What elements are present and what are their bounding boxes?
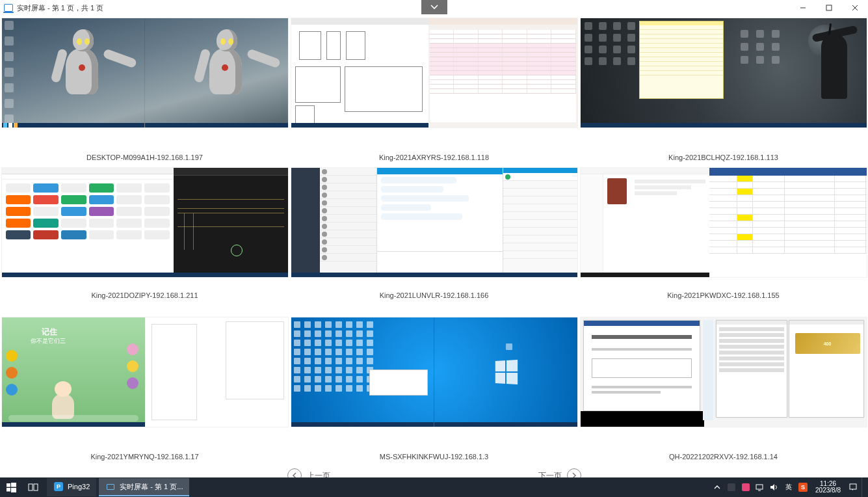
screen-thumbnail[interactable]: 记住 你不是它们三 (2, 317, 288, 427)
title-bar: 实时屏幕 - 第 1 页，共 1 页 (0, 0, 868, 16)
chevron-down-icon (430, 4, 439, 10)
svg-rect-8 (756, 485, 763, 489)
svg-rect-10 (850, 484, 856, 489)
screens-grid: DESKTOP-M099A1H-192.168.1.197 (0, 16, 868, 467)
monitor-icon (4, 4, 13, 12)
screen-label: King-2021AXRYRS-192.168.1.118 (379, 154, 489, 161)
screen-label: DESKTOP-M099A1H-192.168.1.197 (86, 154, 203, 161)
show-desktop-button[interactable] (861, 477, 865, 497)
monitor-icon (105, 481, 116, 492)
cartoon-title: 记住 (42, 327, 57, 338)
tray-date: 2023/8/8 (815, 487, 841, 494)
task-view-button[interactable] (22, 477, 44, 497)
ping32-icon: P (53, 481, 64, 492)
screen-cell: King-2021LUNVLR-192.168.1.166 (291, 168, 577, 315)
taskbar: P Ping32 实时屏幕 - 第 1 页... 英 S 11:26 2023/… (0, 477, 868, 497)
tray-sogou-icon[interactable]: S (797, 481, 809, 493)
tray-chevron-up-icon[interactable] (711, 481, 723, 493)
screen-thumbnail[interactable]: 400 (581, 317, 867, 427)
screen-label: King-2021PKWDXC-192.168.1.155 (667, 291, 779, 299)
screen-cell: King-2021PKWDXC-192.168.1.155 (580, 168, 867, 315)
tray-notifications-icon[interactable] (847, 481, 859, 493)
taskbar-app-label: Ping32 (68, 483, 90, 490)
screen-thumbnail[interactable] (291, 18, 577, 128)
taskbar-app-ping32[interactable]: P Ping32 (47, 478, 96, 496)
screen-label: MS-SXFHKINKFWUJ-192.168.1.3 (380, 453, 489, 461)
screen-label: QH-20221202RXVX-192.168.1.14 (669, 453, 778, 461)
screen-thumbnail[interactable] (2, 18, 288, 128)
svg-rect-5 (11, 488, 16, 492)
tray-app-icon[interactable] (740, 481, 752, 493)
screen-label: King-2021BCLHQZ-192.168.1.113 (668, 154, 778, 161)
dropdown-button[interactable] (421, 0, 447, 14)
minimize-button[interactable] (790, 0, 816, 16)
screen-thumbnail[interactable] (581, 168, 867, 277)
screen-cell: King-2021BCLHQZ-192.168.1.113 (580, 18, 867, 165)
tray-ime-icon[interactable]: 英 (783, 481, 795, 493)
taskbar-app-realtime-screen[interactable]: 实时屏幕 - 第 1 页... (99, 478, 189, 496)
windows-icon (7, 483, 16, 492)
svg-rect-2 (7, 483, 10, 487)
window-controls (790, 0, 868, 16)
window-title: 实时屏幕 - 第 1 页，共 1 页 (17, 3, 103, 13)
screen-cell: MS-SXFHKINKFWUJ-192.168.1.3 (291, 317, 577, 464)
screen-thumbnail[interactable] (2, 168, 288, 277)
tray-app-icon[interactable] (726, 481, 737, 493)
screen-cell: DESKTOP-M099A1H-192.168.1.197 (1, 18, 288, 165)
system-tray: 英 S 11:26 2023/8/8 (711, 477, 868, 497)
screen-cell: 400 QH-20221202RXVX-192.168.1.14 (580, 317, 867, 464)
screen-cell: King-2021AXRYRS-192.168.1.118 (291, 18, 577, 165)
screen-cell: King-2021DOZIPY-192.168.1.211 (1, 168, 288, 315)
svg-rect-7 (34, 484, 38, 490)
tray-network-icon[interactable] (754, 481, 766, 493)
start-button[interactable] (0, 477, 22, 497)
svg-rect-3 (11, 483, 16, 487)
tray-clock[interactable]: 11:26 2023/8/8 (811, 481, 845, 494)
tray-volume-icon[interactable] (769, 481, 780, 493)
taskbar-app-label: 实时屏幕 - 第 1 页... (120, 482, 183, 492)
screen-label: King-2021LUNVLR-192.168.1.166 (380, 291, 489, 299)
maximize-button[interactable] (816, 0, 842, 16)
screen-label: King-2021YMRYNQ-192.168.1.17 (90, 453, 198, 461)
screen-thumbnail[interactable] (291, 168, 577, 277)
screen-cell: 记住 你不是它们三 King-2021YMRYNQ-192.168.1.17 (1, 317, 288, 464)
screen-label: King-2021DOZIPY-192.168.1.211 (91, 291, 198, 299)
close-button[interactable] (842, 0, 868, 16)
screen-thumbnail[interactable] (291, 317, 577, 427)
svg-rect-6 (29, 484, 33, 490)
screen-thumbnail[interactable] (581, 18, 867, 128)
svg-rect-4 (7, 488, 10, 492)
task-view-icon (28, 483, 38, 492)
cartoon-subtitle: 你不是它们三 (31, 337, 66, 345)
svg-rect-1 (826, 5, 832, 10)
